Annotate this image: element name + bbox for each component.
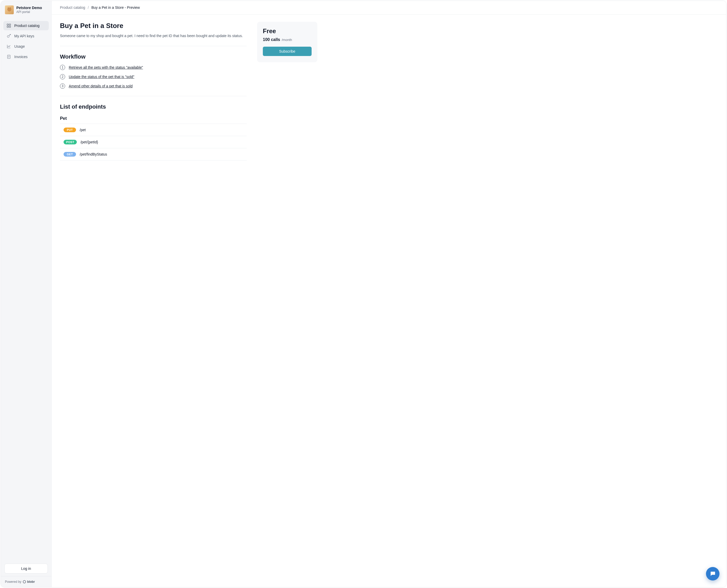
chat-icon: [710, 571, 716, 577]
content-right: Free 100 calls /month Subscribe: [257, 22, 317, 161]
workflow-step-link[interactable]: Update the status of the pet that is "so…: [69, 75, 135, 79]
plan-period: /month: [282, 38, 292, 42]
workflow-step-link[interactable]: Retrieve all the pets with the status "a…: [69, 65, 143, 69]
app-root: Petstore Demo API portal Product catalog…: [1, 1, 726, 587]
workflow-steps: 1 Retrieve all the pets with the status …: [60, 65, 247, 89]
sidebar-bottom: Log in: [1, 561, 52, 576]
breadcrumb: Product catalog / Buy a Pet in a Store -…: [52, 1, 726, 15]
divider: [60, 46, 247, 46]
breadcrumb-current: Buy a Pet in a Store - Preview: [91, 5, 140, 9]
chat-fab[interactable]: [706, 567, 720, 581]
endpoint-path: /pet/{petId}: [80, 140, 98, 144]
sidebar: Petstore Demo API portal Product catalog…: [1, 1, 52, 587]
brand-texts: Petstore Demo API portal: [16, 6, 42, 14]
plan-card: Free 100 calls /month Subscribe: [257, 22, 317, 62]
breadcrumb-separator: /: [88, 5, 89, 9]
endpoint-group-name: Pet: [60, 116, 247, 121]
workflow-heading: Workflow: [60, 54, 247, 60]
main: Product catalog / Buy a Pet in a Store -…: [52, 1, 726, 587]
workflow-step: 3 Amend other details of a pet that is s…: [60, 83, 247, 89]
endpoint-row[interactable]: GET /pet/findByStatus: [60, 148, 247, 161]
powered-by[interactable]: Powered by blobr: [1, 576, 52, 587]
sidebar-item-api-keys[interactable]: My API keys: [3, 31, 49, 41]
endpoint-row[interactable]: POST /pet/{petId}: [60, 136, 247, 148]
workflow-step: 1 Retrieve all the pets with the status …: [60, 65, 247, 70]
svg-point-4: [7, 36, 9, 38]
powered-brand-name: blobr: [27, 580, 35, 584]
svg-rect-3: [9, 26, 11, 27]
grid-icon: [6, 23, 11, 28]
method-badge: GET: [64, 152, 76, 156]
step-number-icon: 2: [60, 74, 65, 79]
sidebar-nav: Product catalog My API keys Usage Invoic…: [1, 19, 52, 65]
workflow-step: 2 Update the status of the pet that is "…: [60, 74, 247, 79]
divider: [60, 96, 247, 96]
step-number-icon: 3: [60, 83, 65, 89]
method-badge: PUT: [64, 128, 76, 132]
chart-icon: [6, 44, 11, 49]
plan-quota-line: 100 calls /month: [263, 37, 311, 42]
brand-subtitle: API portal: [16, 10, 42, 14]
endpoint-list: PUT /pet POST /pet/{petId} GET /pet/find…: [60, 124, 247, 161]
key-icon: [6, 34, 11, 38]
endpoints-heading: List of endpoints: [60, 103, 247, 110]
svg-rect-2: [7, 26, 8, 27]
login-button[interactable]: Log in: [4, 564, 48, 573]
sidebar-item-usage[interactable]: Usage: [3, 42, 49, 51]
powered-prefix: Powered by: [5, 580, 21, 584]
sidebar-item-invoices[interactable]: Invoices: [3, 52, 49, 61]
page-description: Someone came to my shop and bought a pet…: [60, 33, 247, 39]
sidebar-item-label: Invoices: [14, 55, 27, 59]
sidebar-item-product-catalog[interactable]: Product catalog: [3, 21, 49, 30]
endpoint-path: /pet: [80, 128, 86, 132]
method-badge: POST: [64, 140, 77, 144]
brand-block[interactable]: Petstore Demo API portal: [1, 1, 52, 19]
plan-name: Free: [263, 27, 311, 35]
page-title: Buy a Pet in a Store: [60, 22, 247, 30]
brand-logo: [5, 5, 14, 14]
content-left: Buy a Pet in a Store Someone came to my …: [60, 22, 247, 161]
brand-title: Petstore Demo: [16, 6, 42, 10]
subscribe-button[interactable]: Subscribe: [263, 47, 311, 56]
svg-rect-1: [9, 24, 11, 25]
breadcrumb-root[interactable]: Product catalog: [60, 5, 85, 9]
invoice-icon: [6, 55, 11, 59]
sidebar-item-label: Product catalog: [14, 24, 39, 28]
plan-quota: 100 calls: [263, 37, 280, 42]
endpoint-path: /pet/findByStatus: [80, 152, 107, 156]
sidebar-item-label: My API keys: [14, 34, 34, 38]
svg-rect-0: [7, 24, 8, 25]
powered-brand-logo: blobr: [23, 580, 35, 584]
sidebar-item-label: Usage: [14, 44, 25, 48]
endpoint-row[interactable]: PUT /pet: [60, 124, 247, 136]
content: Buy a Pet in a Store Someone came to my …: [52, 15, 726, 171]
blobr-mark-icon: [23, 580, 26, 583]
workflow-step-link[interactable]: Amend other details of a pet that is sol…: [69, 84, 133, 88]
step-number-icon: 1: [60, 65, 65, 70]
